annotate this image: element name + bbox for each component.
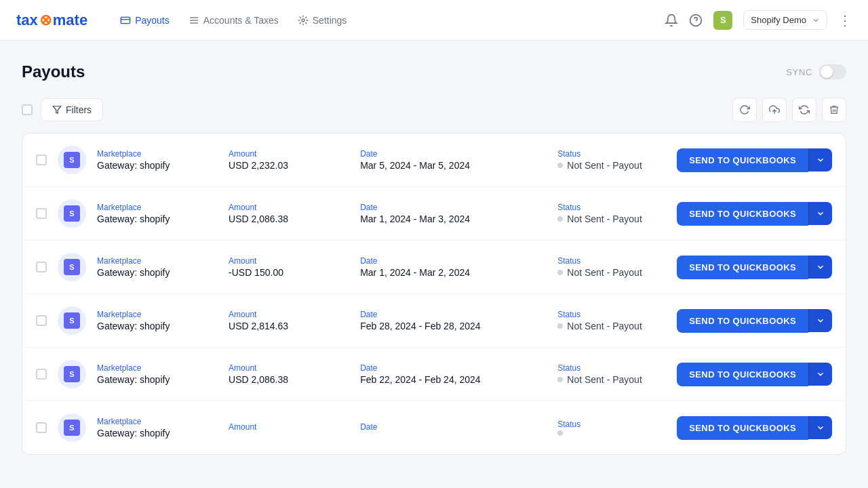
more-options-icon[interactable]: ⋮	[838, 12, 852, 28]
status-group-0: Status Not Sent - Payout	[557, 149, 666, 171]
row-icon-4: S	[58, 360, 86, 388]
status-dot-3	[557, 323, 563, 329]
sync-toggle[interactable]	[819, 64, 846, 79]
logo-text: tax	[16, 12, 38, 29]
status-label-0: Status	[557, 149, 666, 159]
table-row: S Marketplace Gateway: shopify Amount Da…	[22, 401, 846, 454]
marketplace-label-2: Marketplace	[97, 256, 229, 266]
delete-button[interactable]	[822, 98, 846, 122]
date-value-4: Feb 22, 2024 - Feb 24, 2024	[360, 374, 557, 385]
amount-value-0: USD 2,232.03	[229, 160, 360, 171]
marketplace-label-5: Marketplace	[97, 417, 229, 426]
status-dot-1	[557, 216, 563, 222]
date-group-3: Date Feb 28, 2024 - Feb 28, 2024	[360, 310, 557, 331]
chevron-down-icon	[812, 16, 820, 24]
row-checkbox-0[interactable]	[36, 155, 47, 165]
upload-icon	[769, 104, 780, 115]
send-dropdown-button-3[interactable]	[808, 309, 832, 332]
header: tax⊗mate Payouts Accounts & Taxes Settin…	[0, 0, 868, 41]
payouts-table: S Marketplace Gateway: shopify Amount US…	[22, 133, 846, 455]
status-group-5: Status	[557, 420, 666, 436]
status-group-4: Status Not Sent - Payout	[557, 363, 666, 385]
logo[interactable]: tax⊗mate	[16, 12, 87, 29]
chevron-down-icon-5	[816, 423, 825, 432]
row-actions-0: SEND TO QUICKBOOKS	[677, 148, 832, 172]
amount-value-1: USD 2,086.38	[229, 214, 360, 224]
row-checkbox-3[interactable]	[36, 315, 47, 326]
amount-group-3: Amount USD 2,814.63	[229, 310, 360, 331]
status-label-2: Status	[557, 256, 666, 266]
filter-icon	[52, 105, 62, 115]
row-fields-4: Marketplace Gateway: shopify Amount USD …	[97, 363, 666, 385]
notifications-icon[interactable]	[665, 14, 678, 27]
amount-label-4: Amount	[229, 363, 360, 373]
marketplace-value-5: Gateway: shopify	[97, 428, 229, 439]
chevron-down-icon-4	[816, 369, 825, 379]
payouts-icon	[120, 15, 131, 26]
sync-icon	[799, 104, 810, 115]
send-dropdown-button-1[interactable]	[808, 202, 832, 225]
send-to-quickbooks-button-3[interactable]: SEND TO QUICKBOOKS	[677, 309, 808, 333]
send-to-quickbooks-button-4[interactable]: SEND TO QUICKBOOKS	[677, 363, 808, 386]
send-to-quickbooks-button-1[interactable]: SEND TO QUICKBOOKS	[677, 202, 808, 226]
refresh-icon	[739, 104, 750, 115]
row-icon-5: S	[58, 413, 86, 442]
date-label-1: Date	[360, 203, 557, 212]
upload-button[interactable]	[762, 98, 787, 122]
row-icon-3: S	[58, 306, 86, 335]
send-dropdown-button-4[interactable]	[808, 363, 832, 386]
send-dropdown-button-5[interactable]	[808, 416, 832, 439]
row-checkbox-4[interactable]	[36, 369, 47, 380]
marketplace-value-3: Gateway: shopify	[97, 321, 229, 331]
status-group-1: Status Not Sent - Payout	[557, 203, 666, 224]
logo-x: ⊗	[39, 12, 52, 29]
status-group-3: Status Not Sent - Payout	[557, 310, 666, 331]
marketplace-value-4: Gateway: shopify	[97, 374, 229, 385]
nav-accounts-taxes[interactable]: Accounts & Taxes	[189, 12, 279, 28]
nav-payouts[interactable]: Payouts	[120, 12, 170, 28]
row-icon-0: S	[58, 146, 86, 174]
toolbar: Filters	[22, 98, 846, 122]
select-all-checkbox[interactable]	[22, 104, 33, 115]
amount-label-3: Amount	[229, 310, 360, 319]
marketplace-group-3: Marketplace Gateway: shopify	[97, 310, 229, 331]
amount-value-4: USD 2,086.38	[229, 374, 360, 385]
amount-group-0: Amount USD 2,232.03	[229, 149, 360, 171]
chevron-down-icon-1	[816, 209, 825, 218]
help-icon[interactable]	[689, 14, 703, 27]
marketplace-label-1: Marketplace	[97, 203, 229, 212]
send-dropdown-button-2[interactable]	[808, 256, 832, 279]
amount-group-4: Amount USD 2,086.38	[229, 363, 360, 385]
send-dropdown-button-0[interactable]	[808, 148, 832, 171]
row-checkbox-5[interactable]	[36, 422, 47, 433]
table-row: S Marketplace Gateway: shopify Amount -U…	[22, 241, 846, 294]
status-value-4: Not Sent - Payout	[557, 374, 666, 385]
row-checkbox-2[interactable]	[36, 262, 47, 272]
marketplace-label-4: Marketplace	[97, 363, 229, 373]
refresh-button[interactable]	[732, 98, 757, 122]
shopify-logo-2: S	[64, 259, 80, 275]
table-row: S Marketplace Gateway: shopify Amount US…	[22, 348, 846, 401]
nav-settings[interactable]: Settings	[298, 12, 347, 28]
send-to-quickbooks-button-2[interactable]: SEND TO QUICKBOOKS	[677, 256, 808, 279]
shopify-logo-3: S	[64, 312, 80, 329]
row-checkbox-1[interactable]	[36, 208, 47, 219]
row-actions-1: SEND TO QUICKBOOKS	[677, 202, 832, 226]
row-actions-2: SEND TO QUICKBOOKS	[677, 256, 832, 279]
amount-label-5: Amount	[229, 422, 360, 432]
table-row: S Marketplace Gateway: shopify Amount US…	[22, 187, 846, 241]
marketplace-label-0: Marketplace	[97, 149, 229, 159]
send-to-quickbooks-button-5[interactable]: SEND TO QUICKBOOKS	[677, 416, 808, 440]
send-to-quickbooks-button-0[interactable]: SEND TO QUICKBOOKS	[677, 148, 808, 172]
marketplace-group-0: Marketplace Gateway: shopify	[97, 149, 229, 171]
row-actions-3: SEND TO QUICKBOOKS	[677, 309, 832, 333]
shopify-logo-0: S	[64, 152, 80, 168]
store-selector[interactable]: Shopify Demo	[743, 10, 827, 30]
filters-button[interactable]: Filters	[41, 98, 103, 121]
date-group-0: Date Mar 5, 2024 - Mar 5, 2024	[360, 149, 557, 171]
shopify-logo-5: S	[64, 420, 80, 436]
store-name: Shopify Demo	[751, 15, 806, 25]
chevron-down-icon-3	[816, 316, 825, 325]
amount-value-2: -USD 150.00	[229, 267, 360, 278]
sync-button[interactable]	[792, 98, 816, 122]
